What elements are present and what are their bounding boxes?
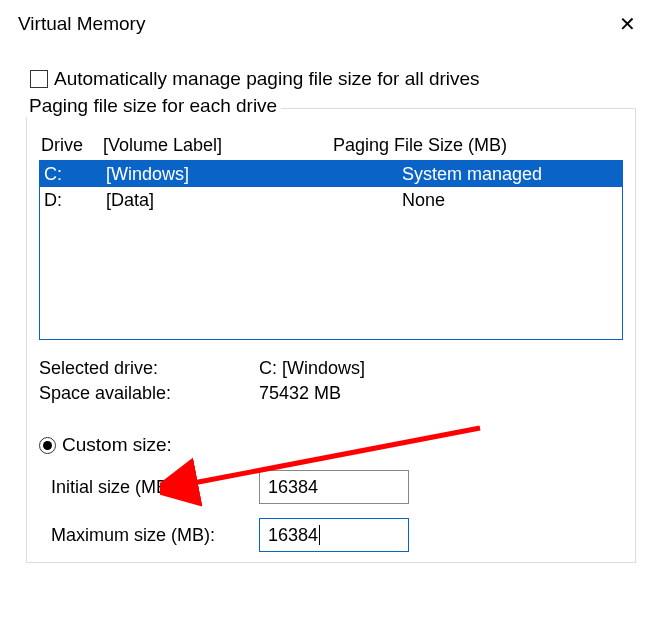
drive-label: [Data]	[106, 188, 356, 212]
custom-size-label: Custom size:	[62, 434, 172, 456]
drive-listbox[interactable]: C: [Windows] System managed D: [Data] No…	[39, 160, 623, 340]
header-drive: Drive	[41, 135, 103, 156]
drive-paging-size: System managed	[356, 162, 618, 186]
initial-size-input[interactable]: 16384	[259, 470, 409, 504]
maximum-size-input[interactable]: 16384	[259, 518, 409, 552]
drive-row-d[interactable]: D: [Data] None	[40, 187, 622, 213]
selected-drive-value: C: [Windows]	[259, 358, 623, 379]
auto-manage-label: Automatically manage paging file size fo…	[54, 68, 480, 90]
space-available-value: 75432 MB	[259, 383, 623, 404]
space-available-label: Space available:	[39, 383, 259, 404]
custom-size-radio[interactable]	[39, 437, 56, 454]
header-paging-size: Paging File Size (MB)	[333, 135, 621, 156]
maximum-size-label: Maximum size (MB):	[39, 525, 259, 546]
drive-letter: C:	[44, 162, 106, 186]
initial-size-label: Initial size (MB):	[39, 477, 259, 498]
drive-paging-size: None	[356, 188, 618, 212]
header-volume-label: [Volume Label]	[103, 135, 333, 156]
drive-row-c[interactable]: C: [Windows] System managed	[40, 161, 622, 187]
text-caret	[319, 525, 320, 545]
close-icon[interactable]: ✕	[611, 10, 644, 38]
window-title: Virtual Memory	[18, 13, 145, 35]
drive-label: [Windows]	[106, 162, 356, 186]
drive-list-header: Drive [Volume Label] Paging File Size (M…	[39, 131, 623, 160]
group-legend: Paging file size for each drive	[25, 95, 281, 117]
drive-letter: D:	[44, 188, 106, 212]
paging-file-group: Paging file size for each drive Drive [V…	[26, 108, 636, 563]
auto-manage-checkbox[interactable]	[30, 70, 48, 88]
selected-drive-label: Selected drive:	[39, 358, 259, 379]
